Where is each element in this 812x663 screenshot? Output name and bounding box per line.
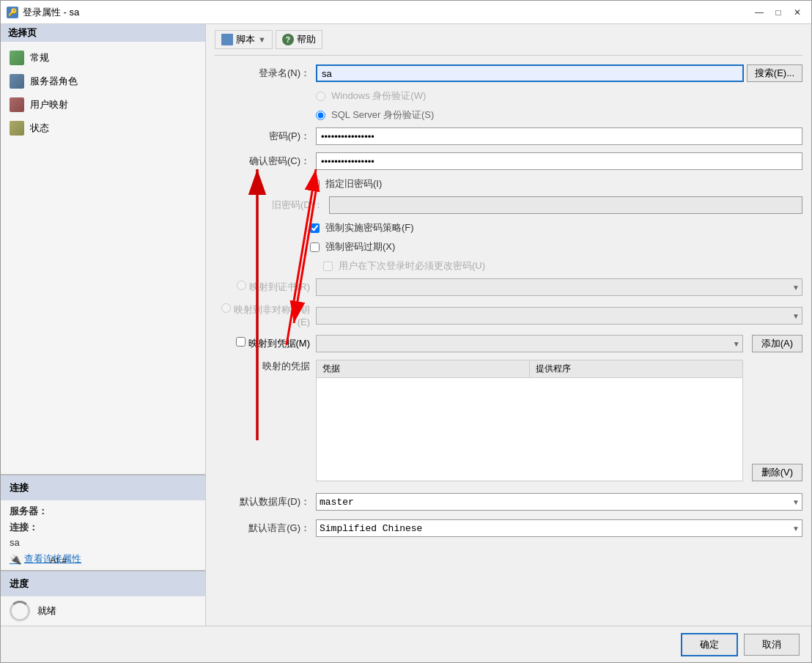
ok-button[interactable]: 确定 <box>681 633 738 656</box>
login-name-input-group: 搜索(E)... <box>316 64 802 82</box>
default-db-dropdown-wrapper: master ▼ <box>316 493 802 511</box>
enforce-policy-checkbox[interactable] <box>310 223 320 233</box>
titlebar-left: 🔑 登录属性 - sa <box>7 6 79 19</box>
main-window: 🔑 登录属性 - sa — □ ✕ 选择页 常规 服务器角色 用户映射 <box>0 0 812 663</box>
confirm-password-label: 确认密码(C)： <box>215 155 310 168</box>
cred-col1: 凭据 <box>317 360 530 377</box>
map-cert-dropdown-wrapper: ▼ <box>316 278 802 296</box>
titlebar-controls: — □ ✕ <box>751 4 805 21</box>
enforce-policy-row: 强制实施密码策略(F) <box>310 221 802 234</box>
map-cert-label: 映射到证书(R) <box>249 281 310 292</box>
window-icon: 🔑 <box>7 7 18 18</box>
close-button[interactable]: ✕ <box>789 4 805 21</box>
cred-table-body <box>317 378 742 481</box>
help-label: 帮助 <box>297 33 316 46</box>
login-name-input[interactable] <box>316 64 744 82</box>
specify-old-label: 指定旧密码(I) <box>325 177 382 190</box>
map-cert-row: 映射到证书(R) ▼ <box>215 278 802 296</box>
default-lang-label: 默认语言(G)： <box>215 522 310 535</box>
default-lang-select[interactable]: Simplified Chinese <box>316 519 802 537</box>
map-cred-label-spacer: 映射到凭据(M) <box>215 337 310 350</box>
titlebar: 🔑 登录属性 - sa — □ ✕ <box>1 1 811 24</box>
windows-auth-radio[interactable] <box>316 92 325 101</box>
progress-circle <box>10 601 30 621</box>
help-button[interactable]: ? 帮助 <box>276 30 322 49</box>
minimize-button[interactable]: — <box>751 4 767 21</box>
specify-old-checkbox[interactable] <box>310 179 320 189</box>
connection-label: 连接： <box>10 522 38 533</box>
credentials-table: 凭据 提供程序 <box>316 360 743 481</box>
search-button[interactable]: 搜索(E)... <box>747 64 802 82</box>
window-title: 登录属性 - sa <box>23 6 79 19</box>
maximize-button[interactable]: □ <box>770 4 786 21</box>
map-cred-row: 映射到凭据(M) ▼ 添加(A) <box>215 335 802 352</box>
map-cred-label: 映射到凭据(M) <box>248 338 311 349</box>
confirm-password-input[interactable] <box>316 152 802 170</box>
toolbar: 脚本 ▼ ? 帮助 <box>215 30 802 56</box>
mapped-cred-area-label: 映射的凭据 <box>215 360 310 373</box>
view-connection-props-link[interactable]: 🔌 查看连接属性 <box>10 552 196 566</box>
script-icon <box>221 34 233 45</box>
user-mapping-icon <box>10 97 24 112</box>
password-label: 密码(P)： <box>215 130 310 143</box>
add-cred-button[interactable]: 添加(A) <box>752 335 802 352</box>
must-change-checkbox[interactable] <box>323 262 333 271</box>
confirm-password-row: 确认密码(C)： <box>215 152 802 170</box>
old-password-input[interactable] <box>329 196 802 214</box>
map-asymkey-label-spacer: 映射到非对称密钥(E) <box>215 303 310 327</box>
map-asymkey-radio[interactable] <box>221 303 231 313</box>
content-area: 选择页 常规 服务器角色 用户映射 状态 连接 服务器： <box>1 24 811 626</box>
delete-cred-button[interactable]: 删除(V) <box>752 464 802 481</box>
script-button[interactable]: 脚本 ▼ <box>215 30 273 49</box>
map-asymkey-row: 映射到非对称密钥(E) ▼ <box>215 303 802 327</box>
specify-old-pwd-row: 指定旧密码(I) <box>310 177 802 190</box>
sql-auth-radio[interactable] <box>316 111 325 120</box>
sidebar-item-server-role[interactable]: 服务器角色 <box>1 70 205 93</box>
mapped-cred-area-row: 映射的凭据 凭据 提供程序 删除(V) <box>215 360 802 481</box>
default-lang-dropdown-wrapper: Simplified Chinese ▼ <box>316 519 802 537</box>
password-input[interactable] <box>316 127 802 145</box>
sidebar-item-label-general: 常规 <box>30 51 49 64</box>
map-asymkey-dropdown-wrapper: ▼ <box>316 307 802 325</box>
general-icon <box>10 51 24 65</box>
at-hash-annotation: At # <box>50 555 67 566</box>
main-panel: 脚本 ▼ ? 帮助 登录名(N)： 搜索(E)... <box>206 24 811 626</box>
cred-col2: 提供程序 <box>530 360 742 377</box>
enforce-expiry-row: 强制密码过期(X) <box>310 240 802 253</box>
sidebar-item-label-status: 状态 <box>30 122 49 135</box>
cancel-button[interactable]: 取消 <box>744 634 800 656</box>
must-change-label: 用户在下次登录时必须更改密码(U) <box>339 259 485 273</box>
cred-table-header: 凭据 提供程序 <box>317 360 742 378</box>
connection-value-row: sa <box>10 537 196 548</box>
link-icon: 🔌 <box>10 554 21 565</box>
map-cred-select[interactable] <box>316 335 743 352</box>
map-cert-radio[interactable] <box>237 281 246 290</box>
login-name-label: 登录名(N)： <box>215 67 310 80</box>
map-asymkey-label: 映射到非对称密钥(E) <box>234 304 310 327</box>
progress-section-title: 进度 <box>1 570 205 596</box>
status-icon <box>10 121 24 136</box>
server-role-icon <box>10 74 24 89</box>
sidebar-item-user-mapping[interactable]: 用户映射 <box>1 93 205 116</box>
default-db-select[interactable]: master <box>316 493 802 511</box>
sidebar-item-label-server: 服务器角色 <box>30 75 78 88</box>
sidebar-item-status[interactable]: 状态 <box>1 116 205 140</box>
connection-content: 服务器： 连接： sa 🔌 查看连接属性 <box>1 500 205 570</box>
old-password-row: 旧密码(D)： <box>215 196 802 214</box>
map-cert-select[interactable] <box>316 278 802 296</box>
login-form: 登录名(N)： 搜索(E)... Windows 身份验证(W) SQL Ser… <box>215 64 802 537</box>
map-asymkey-select[interactable] <box>316 307 802 325</box>
script-label: 脚本 <box>236 33 255 46</box>
enforce-policy-label: 强制实施密码策略(F) <box>325 221 414 234</box>
must-change-row: 用户在下次登录时必须更改密码(U) <box>323 259 802 273</box>
select-page-title: 选择页 <box>1 24 205 42</box>
server-row: 服务器： <box>10 505 196 518</box>
server-label: 服务器： <box>10 505 48 516</box>
help-icon: ? <box>282 34 294 45</box>
map-cred-checkbox[interactable] <box>236 337 246 347</box>
sidebar-item-general[interactable]: 常规 <box>1 46 205 70</box>
progress-content: 就绪 <box>1 596 205 626</box>
windows-auth-label: Windows 身份验证(W) <box>331 89 426 103</box>
sidebar-item-label-user: 用户映射 <box>30 98 68 111</box>
enforce-expiry-checkbox[interactable] <box>310 242 320 252</box>
